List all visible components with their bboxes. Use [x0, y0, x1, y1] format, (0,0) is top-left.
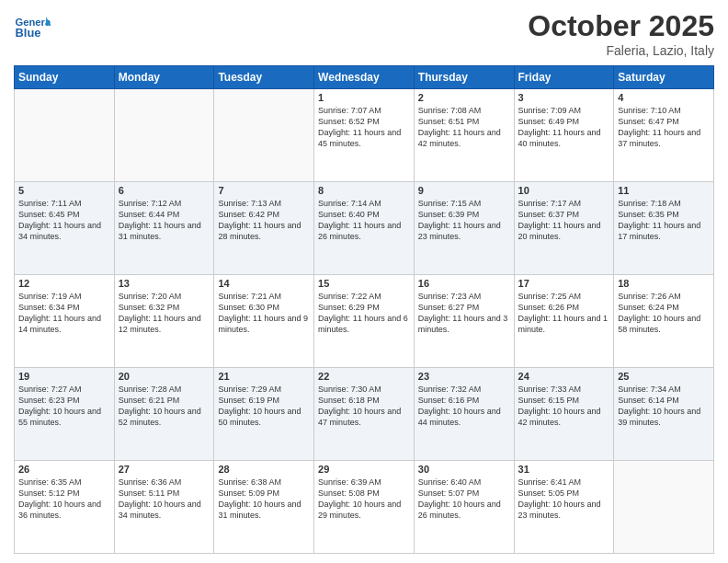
day-number: 1 — [318, 92, 410, 103]
cell-content: Sunrise: 7:17 AM Sunset: 6:37 PM Dayligh… — [518, 198, 610, 243]
day-number: 27 — [119, 464, 210, 475]
month-title: October 2025 — [528, 9, 714, 43]
day-number: 28 — [218, 464, 310, 475]
title-block: October 2025 Faleria, Lazio, Italy — [528, 9, 714, 58]
header-saturday: Saturday — [614, 66, 714, 89]
calendar-cell-w2-d5: 9Sunrise: 7:15 AM Sunset: 6:39 PM Daylig… — [414, 182, 514, 275]
cell-content: Sunrise: 7:09 AM Sunset: 6:49 PM Dayligh… — [518, 105, 610, 150]
day-number: 4 — [618, 92, 710, 103]
logo-icon: General Blue — [14, 9, 51, 46]
calendar-cell-w5-d1: 26Sunrise: 6:35 AM Sunset: 5:12 PM Dayli… — [15, 461, 115, 554]
calendar-cell-w4-d4: 22Sunrise: 7:30 AM Sunset: 6:18 PM Dayli… — [314, 368, 415, 461]
day-number: 5 — [18, 185, 110, 196]
day-number: 12 — [18, 278, 110, 289]
cell-content: Sunrise: 7:27 AM Sunset: 6:23 PM Dayligh… — [18, 384, 110, 429]
calendar-cell-w2-d3: 7Sunrise: 7:13 AM Sunset: 6:42 PM Daylig… — [214, 182, 314, 275]
day-number: 14 — [218, 278, 310, 289]
day-number: 26 — [18, 464, 110, 475]
cell-content: Sunrise: 7:08 AM Sunset: 6:51 PM Dayligh… — [418, 105, 510, 150]
header-friday: Friday — [514, 66, 614, 89]
header-thursday: Thursday — [414, 66, 514, 89]
cell-content: Sunrise: 7:30 AM Sunset: 6:18 PM Dayligh… — [318, 384, 410, 429]
day-number: 16 — [418, 278, 510, 289]
week-row-2: 5Sunrise: 7:11 AM Sunset: 6:45 PM Daylig… — [15, 182, 714, 275]
calendar-cell-w3-d4: 15Sunrise: 7:22 AM Sunset: 6:29 PM Dayli… — [314, 275, 415, 368]
calendar-cell-w4-d6: 24Sunrise: 7:33 AM Sunset: 6:15 PM Dayli… — [514, 368, 614, 461]
header-sunday: Sunday — [15, 66, 115, 89]
location-subtitle: Faleria, Lazio, Italy — [528, 43, 714, 58]
calendar-cell-w2-d1: 5Sunrise: 7:11 AM Sunset: 6:45 PM Daylig… — [15, 182, 115, 275]
calendar-cell-w5-d3: 28Sunrise: 6:38 AM Sunset: 5:09 PM Dayli… — [214, 461, 314, 554]
day-number: 25 — [618, 371, 710, 382]
calendar-cell-w1-d1 — [15, 89, 115, 182]
day-number: 29 — [318, 464, 410, 475]
day-number: 23 — [418, 371, 510, 382]
cell-content: Sunrise: 7:22 AM Sunset: 6:29 PM Dayligh… — [318, 291, 410, 336]
calendar-cell-w5-d6: 31Sunrise: 6:41 AM Sunset: 5:05 PM Dayli… — [514, 461, 614, 554]
calendar-cell-w3-d6: 17Sunrise: 7:25 AM Sunset: 6:26 PM Dayli… — [514, 275, 614, 368]
cell-content: Sunrise: 7:29 AM Sunset: 6:19 PM Dayligh… — [218, 384, 310, 429]
day-number: 13 — [119, 278, 210, 289]
week-row-4: 19Sunrise: 7:27 AM Sunset: 6:23 PM Dayli… — [15, 368, 714, 461]
calendar-header-row: Sunday Monday Tuesday Wednesday Thursday… — [15, 66, 714, 89]
calendar-cell-w4-d3: 21Sunrise: 7:29 AM Sunset: 6:19 PM Dayli… — [214, 368, 314, 461]
calendar-cell-w3-d7: 18Sunrise: 7:26 AM Sunset: 6:24 PM Dayli… — [614, 275, 714, 368]
calendar-cell-w4-d5: 23Sunrise: 7:32 AM Sunset: 6:16 PM Dayli… — [414, 368, 514, 461]
header-tuesday: Tuesday — [214, 66, 314, 89]
cell-content: Sunrise: 6:36 AM Sunset: 5:11 PM Dayligh… — [119, 477, 210, 522]
calendar-cell-w2-d4: 8Sunrise: 7:14 AM Sunset: 6:40 PM Daylig… — [314, 182, 415, 275]
cell-content: Sunrise: 7:26 AM Sunset: 6:24 PM Dayligh… — [618, 291, 710, 336]
cell-content: Sunrise: 7:28 AM Sunset: 6:21 PM Dayligh… — [119, 384, 210, 429]
day-number: 2 — [418, 92, 510, 103]
day-number: 6 — [119, 185, 210, 196]
day-number: 3 — [518, 92, 610, 103]
calendar-cell-w5-d4: 29Sunrise: 6:39 AM Sunset: 5:08 PM Dayli… — [314, 461, 415, 554]
day-number: 19 — [18, 371, 110, 382]
day-number: 11 — [618, 185, 710, 196]
week-row-3: 12Sunrise: 7:19 AM Sunset: 6:34 PM Dayli… — [15, 275, 714, 368]
calendar-cell-w5-d5: 30Sunrise: 6:40 AM Sunset: 5:07 PM Dayli… — [414, 461, 514, 554]
cell-content: Sunrise: 7:32 AM Sunset: 6:16 PM Dayligh… — [418, 384, 510, 429]
cell-content: Sunrise: 7:19 AM Sunset: 6:34 PM Dayligh… — [18, 291, 110, 336]
calendar-cell-w1-d2 — [114, 89, 214, 182]
cell-content: Sunrise: 7:07 AM Sunset: 6:52 PM Dayligh… — [318, 105, 410, 150]
calendar-cell-w4-d7: 25Sunrise: 7:34 AM Sunset: 6:14 PM Dayli… — [614, 368, 714, 461]
calendar-cell-w5-d7 — [614, 461, 714, 554]
cell-content: Sunrise: 7:25 AM Sunset: 6:26 PM Dayligh… — [518, 291, 610, 336]
day-number: 9 — [418, 185, 510, 196]
header-monday: Monday — [114, 66, 214, 89]
calendar-cell-w2-d6: 10Sunrise: 7:17 AM Sunset: 6:37 PM Dayli… — [514, 182, 614, 275]
cell-content: Sunrise: 7:15 AM Sunset: 6:39 PM Dayligh… — [418, 198, 510, 243]
logo: General Blue — [14, 9, 52, 46]
day-number: 18 — [618, 278, 710, 289]
day-number: 21 — [218, 371, 310, 382]
cell-content: Sunrise: 7:18 AM Sunset: 6:35 PM Dayligh… — [618, 198, 710, 243]
cell-content: Sunrise: 6:38 AM Sunset: 5:09 PM Dayligh… — [218, 477, 310, 522]
cell-content: Sunrise: 7:23 AM Sunset: 6:27 PM Dayligh… — [418, 291, 510, 336]
calendar-table: Sunday Monday Tuesday Wednesday Thursday… — [14, 65, 714, 554]
day-number: 15 — [318, 278, 410, 289]
header-wednesday: Wednesday — [314, 66, 415, 89]
cell-content: Sunrise: 6:39 AM Sunset: 5:08 PM Dayligh… — [318, 477, 410, 522]
calendar-cell-w1-d5: 2Sunrise: 7:08 AM Sunset: 6:51 PM Daylig… — [414, 89, 514, 182]
day-number: 22 — [318, 371, 410, 382]
header: General Blue October 2025 Faleria, Lazio… — [14, 9, 714, 58]
calendar-cell-w1-d4: 1Sunrise: 7:07 AM Sunset: 6:52 PM Daylig… — [314, 89, 415, 182]
calendar-cell-w3-d1: 12Sunrise: 7:19 AM Sunset: 6:34 PM Dayli… — [15, 275, 115, 368]
calendar-cell-w1-d7: 4Sunrise: 7:10 AM Sunset: 6:47 PM Daylig… — [614, 89, 714, 182]
cell-content: Sunrise: 6:35 AM Sunset: 5:12 PM Dayligh… — [18, 477, 110, 522]
calendar-cell-w4-d2: 20Sunrise: 7:28 AM Sunset: 6:21 PM Dayli… — [114, 368, 214, 461]
day-number: 24 — [518, 371, 610, 382]
calendar-cell-w1-d6: 3Sunrise: 7:09 AM Sunset: 6:49 PM Daylig… — [514, 89, 614, 182]
svg-text:Blue: Blue — [16, 26, 41, 40]
day-number: 10 — [518, 185, 610, 196]
calendar-cell-w2-d2: 6Sunrise: 7:12 AM Sunset: 6:44 PM Daylig… — [114, 182, 214, 275]
day-number: 20 — [119, 371, 210, 382]
cell-content: Sunrise: 6:40 AM Sunset: 5:07 PM Dayligh… — [418, 477, 510, 522]
page: General Blue October 2025 Faleria, Lazio… — [0, 0, 728, 563]
calendar-cell-w5-d2: 27Sunrise: 6:36 AM Sunset: 5:11 PM Dayli… — [114, 461, 214, 554]
calendar-cell-w3-d3: 14Sunrise: 7:21 AM Sunset: 6:30 PM Dayli… — [214, 275, 314, 368]
cell-content: Sunrise: 7:21 AM Sunset: 6:30 PM Dayligh… — [218, 291, 310, 336]
cell-content: Sunrise: 6:41 AM Sunset: 5:05 PM Dayligh… — [518, 477, 610, 522]
calendar-cell-w3-d5: 16Sunrise: 7:23 AM Sunset: 6:27 PM Dayli… — [414, 275, 514, 368]
